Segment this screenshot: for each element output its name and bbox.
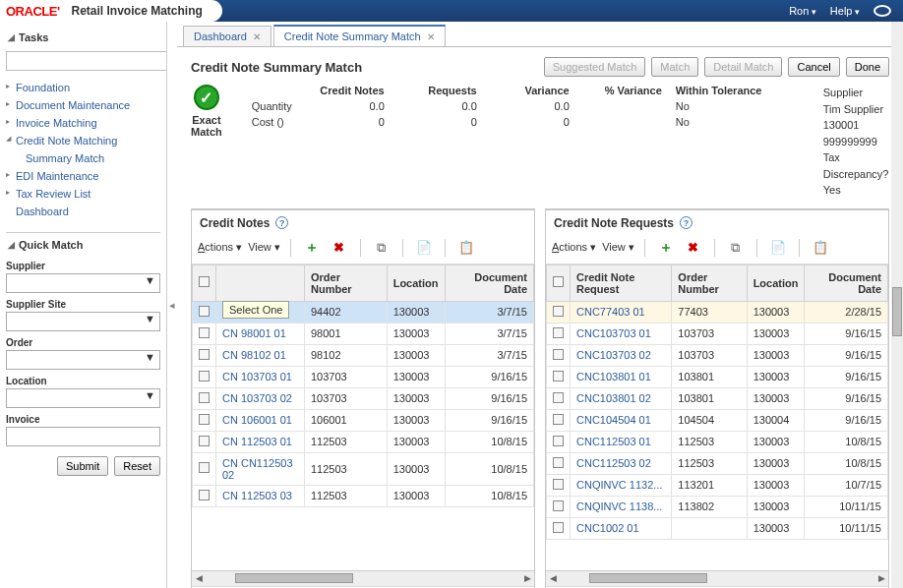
row-checkbox[interactable]	[199, 349, 210, 360]
help-icon[interactable]: ?	[680, 216, 692, 229]
table-row[interactable]: CN 98102 01981021300033/7/15	[193, 344, 534, 366]
submit-button[interactable]: Submit	[57, 456, 108, 476]
row-checkbox[interactable]	[199, 462, 210, 473]
doc-link[interactable]: CN 98102 01	[216, 344, 305, 366]
export-icon[interactable]: 📄	[413, 238, 435, 258]
table-row[interactable]: CN 112503 0311250313000310/8/15	[193, 485, 534, 506]
row-checkbox[interactable]	[553, 414, 564, 425]
suggested-match-button[interactable]: Suggested Match	[544, 57, 646, 77]
table-row[interactable]: CNC112503 0111250313000310/8/15	[547, 431, 888, 452]
doc-link[interactable]: CN 98001 01	[216, 323, 305, 344]
col-order-number[interactable]: Order Number	[305, 265, 388, 301]
row-checkbox[interactable]	[553, 306, 564, 317]
done-button[interactable]: Done	[846, 57, 889, 77]
row-checkbox[interactable]	[199, 371, 210, 382]
close-icon[interactable]: ✕	[427, 31, 435, 42]
detail-match-button[interactable]: Detail Match	[704, 57, 782, 77]
doc-link[interactable]: CNC103703 02	[571, 344, 672, 366]
table-row[interactable]: CN 103703 021037031300039/16/15	[193, 387, 534, 409]
hscrollbar[interactable]: ◀▶	[546, 570, 888, 586]
table-row[interactable]: CNC112503 0211250313000310/8/15	[547, 452, 888, 474]
order-select[interactable]: ▼	[6, 350, 160, 370]
col-order-number[interactable]: Order Number	[672, 265, 747, 301]
row-checkbox[interactable]	[553, 371, 564, 382]
cancel-button[interactable]: Cancel	[788, 57, 839, 77]
doc-link[interactable]: CNC103801 01	[571, 366, 672, 387]
select-all-checkbox[interactable]	[547, 265, 571, 301]
table-row[interactable]: CNC77403 01774031300032/28/15	[547, 301, 888, 323]
doc-link[interactable]: CNC1002 01	[571, 517, 672, 539]
task-tree-item[interactable]: Foundation	[6, 79, 160, 96]
task-tree-item[interactable]: EDI Maintenance	[6, 167, 160, 185]
doc-link[interactable]: CN 103703 02	[216, 387, 305, 409]
doc-link[interactable]: CN CN112503 02	[216, 452, 305, 485]
detach-icon[interactable]: ⧉	[371, 238, 392, 258]
view-menu[interactable]: View ▾	[602, 241, 634, 254]
doc-link[interactable]: CNC104504 01	[571, 409, 672, 431]
table-row[interactable]: CN 103703 011037031300039/16/15	[193, 366, 534, 387]
supplier-select[interactable]: ▼	[6, 273, 160, 293]
table-row[interactable]: CN CN112503 0211250313000310/8/15	[193, 452, 534, 485]
table-row[interactable]: CNC103801 021038011300039/16/15	[547, 387, 888, 409]
help-icon[interactable]: ?	[275, 216, 288, 229]
row-checkbox[interactable]	[199, 436, 210, 446]
delete-icon[interactable]: ✖	[683, 238, 704, 258]
col-location[interactable]: Location	[387, 265, 445, 301]
table-row[interactable]: CNQINVC 1132...11320113000310/7/15	[547, 474, 888, 496]
select-all-checkbox[interactable]	[193, 265, 216, 301]
export-icon[interactable]: 📄	[767, 238, 789, 258]
actions-menu[interactable]: Actions ▾	[198, 241, 242, 254]
doc-link[interactable]: CNC103703 01	[571, 323, 672, 344]
doc-link[interactable]: CNC112503 02	[571, 452, 672, 474]
supplier-site-select[interactable]: ▼	[6, 312, 160, 331]
task-tree-item[interactable]: Document Maintenance	[6, 96, 160, 114]
view-menu[interactable]: View ▾	[248, 241, 280, 254]
doc-link[interactable]: CNQINVC 1138...	[571, 496, 672, 517]
tab[interactable]: Credit Note Summary Match✕	[273, 25, 446, 46]
add-icon[interactable]: ＋	[655, 238, 677, 258]
row-checkbox[interactable]	[553, 436, 564, 446]
tasks-panel-title[interactable]: ◢ Tasks	[6, 26, 160, 47]
col-document-date[interactable]: Document Date	[445, 265, 534, 301]
row-checkbox[interactable]	[553, 392, 564, 403]
col-credit-note[interactable]: Select One	[216, 265, 305, 301]
table-row[interactable]: CNC104504 011045041300049/16/15	[547, 409, 888, 431]
doc-link[interactable]: CNC112503 01	[571, 431, 672, 452]
task-tree-item[interactable]: Dashboard	[6, 203, 160, 220]
wrap-icon[interactable]: 📋	[810, 238, 831, 258]
col-request[interactable]: Credit Note Request	[571, 265, 672, 301]
user-menu[interactable]: Ron	[789, 5, 816, 17]
table-row[interactable]: CN 106001 011060011300039/16/15	[193, 409, 534, 431]
sidebar-splitter[interactable]: ◂	[167, 22, 177, 588]
row-checkbox[interactable]	[553, 349, 564, 360]
delete-icon[interactable]: ✖	[329, 238, 350, 258]
match-button[interactable]: Match	[651, 57, 698, 77]
actions-menu[interactable]: Actions ▾	[552, 241, 596, 254]
table-row[interactable]: CNC103801 011038011300039/16/15	[547, 366, 888, 387]
quick-match-title[interactable]: ◢ Quick Match	[6, 232, 160, 255]
detach-icon[interactable]: ⧉	[725, 238, 747, 258]
row-checkbox[interactable]	[553, 457, 564, 468]
row-checkbox[interactable]	[199, 306, 210, 317]
doc-link[interactable]: CNC103801 02	[571, 387, 672, 409]
invoice-input[interactable]	[6, 427, 160, 446]
task-tree-item[interactable]: Tax Review List	[6, 185, 160, 203]
table-row[interactable]: CN 112503 0111250313000310/8/15	[193, 431, 534, 452]
doc-link[interactable]: CN 112503 03	[216, 485, 305, 506]
tab[interactable]: Dashboard✕	[183, 26, 271, 46]
row-checkbox[interactable]	[199, 327, 210, 338]
row-checkbox[interactable]	[553, 522, 564, 533]
row-checkbox[interactable]	[199, 490, 210, 500]
row-checkbox[interactable]	[553, 327, 564, 338]
col-location[interactable]: Location	[747, 265, 805, 301]
row-checkbox[interactable]	[553, 479, 564, 490]
table-row[interactable]: CN 98001 01980011300033/7/15	[193, 323, 534, 344]
hscrollbar[interactable]: ◀▶	[192, 570, 534, 586]
col-document-date[interactable]: Document Date	[805, 265, 888, 301]
table-row[interactable]: CNC1002 0113000310/11/15	[547, 517, 888, 539]
doc-link[interactable]: CNC77403 01	[571, 301, 672, 323]
add-icon[interactable]: ＋	[301, 238, 323, 258]
reset-button[interactable]: Reset	[114, 456, 160, 476]
task-tree-item[interactable]: Invoice Matching	[6, 114, 160, 132]
task-tree-item[interactable]: Summary Match	[6, 149, 160, 167]
